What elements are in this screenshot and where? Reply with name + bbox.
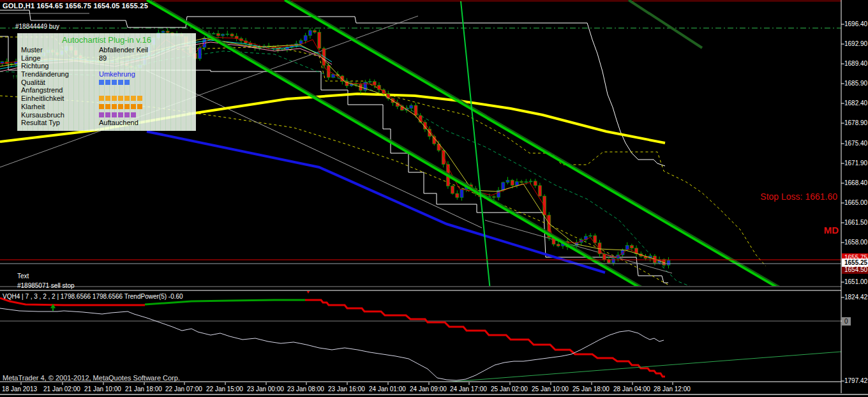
rating-square [112, 80, 117, 85]
green-trendline-1-shadow [151, 0, 648, 290]
time-axis-label: 21 Jan 10:00 [84, 386, 121, 393]
time-axis-label: 22 Jan 07:00 [165, 386, 202, 393]
price-axis-label: 1689.40 [844, 60, 867, 67]
green-rising-trendline[interactable] [435, 352, 841, 383]
autochartist-row-trendnderung: TrendänderungUmkehrung [17, 70, 196, 79]
time-axis-label: 21 Jan 02:00 [43, 386, 80, 393]
autochartist-row-klarheit: Klarheit [17, 103, 196, 111]
time-axis-label: 28 Jan 04:00 [613, 386, 650, 393]
indicator-header[interactable]: VQH4 | 7 , 3 , 2 , 2 | 1798.6566 1798.65… [3, 293, 183, 300]
autochartist-row-muster: MusterAbfallender Keil [17, 46, 196, 54]
autochartist-field-value [99, 103, 196, 111]
autochartist-field-label: Anfangstrend [21, 86, 99, 94]
buy-signal-arrow [51, 305, 55, 311]
time-axis-label: 18 Jan 2013 [2, 386, 37, 393]
autochartist-field-value: Auftauchend [99, 119, 196, 127]
autochartist-row-richtung: Richtung [17, 62, 196, 70]
md-annotation[interactable]: MD [824, 225, 839, 236]
price-axis-label: 1678.90 [844, 119, 867, 126]
price-axis-label: 1675.40 [844, 140, 867, 147]
rating-square [99, 112, 104, 117]
rating-square [118, 104, 123, 109]
blue-trendline[interactable] [147, 131, 605, 273]
autochartist-field-value [99, 86, 196, 94]
autochartist-field-value [99, 62, 196, 70]
vq-white-line [0, 308, 664, 380]
rating-square [137, 104, 142, 109]
rating-square [112, 112, 117, 117]
time-axis-label: 28 Jan 12:00 [654, 386, 691, 393]
autochartist-field-label: Länge [21, 54, 99, 63]
price-axis-label: 1682.40 [844, 100, 867, 107]
rating-square [105, 112, 110, 117]
autochartist-field-value [99, 111, 196, 119]
text-object-label[interactable]: Text [17, 273, 29, 280]
price-axis-label: 1665.00 [844, 199, 867, 206]
autochartist-rows: MusterAbfallender KeilLänge89RichtungTre… [17, 46, 196, 127]
price-axis-label: 1797.429 [844, 377, 868, 384]
time-axis-label: 23 Jan 08:00 [287, 386, 324, 393]
time-axis-label: 24 Jan 01:00 [369, 386, 406, 393]
rating-square [99, 96, 104, 101]
price-axis-label: 1651.00 [844, 278, 867, 285]
rating-square [124, 112, 130, 117]
green-trendline-2-shadow [288, 0, 786, 290]
rating-square [105, 80, 110, 85]
autochartist-field-label: Trendänderung [21, 70, 99, 79]
autochartist-title: Autochartist Plug-in v.16 [17, 33, 196, 46]
rating-square [118, 96, 123, 101]
rating-square [112, 96, 117, 101]
stop-loss-annotation[interactable]: Stop Loss: 1661.60 [760, 191, 837, 202]
window-edge [0, 394, 868, 395]
autochartist-field-label: Qualität [21, 79, 99, 87]
autochartist-field-label: Muster [21, 46, 99, 54]
autochartist-field-value [99, 79, 196, 87]
trendpower-red-steps [305, 300, 665, 377]
rating-square [131, 104, 136, 109]
indicator-window[interactable] [0, 287, 841, 383]
rating-square [99, 104, 104, 109]
time-axis-label: 22 Jan 15:00 [206, 386, 243, 393]
sell-stop-order-label[interactable]: #18985071 sell stop [17, 282, 75, 289]
rating-square [124, 96, 130, 101]
sell-signal-arrow [306, 287, 310, 292]
buy-order-label[interactable]: #18844449 buy [15, 23, 59, 30]
price-axis-label: 1658.00 [844, 239, 867, 246]
autochartist-field-label: Kursausbruch [21, 111, 99, 119]
rating-square [118, 112, 123, 117]
copyright-footer: MetaTrader 4, © 2001-2012, MetaQuotes So… [3, 374, 180, 382]
green-trendline-2[interactable] [285, 0, 782, 290]
time-axis-label: 24 Jan 17:00 [450, 386, 487, 393]
time-axis-label: 23 Jan 16:00 [328, 386, 365, 393]
rating-square [131, 96, 136, 101]
price-axis-label: 1824.429 [844, 294, 868, 301]
zero-level-tag: 0 [842, 317, 851, 326]
trendpower-green [145, 300, 305, 304]
green-trendline-1[interactable] [147, 0, 645, 290]
autochartist-panel[interactable]: Autochartist Plug-in v.16 MusterAbfallen… [17, 33, 196, 131]
autochartist-row-kursausbruch: Kursausbruch [17, 111, 196, 119]
gray-descending-trendline-1[interactable] [146, 70, 482, 228]
rating-square [124, 104, 130, 109]
autochartist-row-einheitlichkeit: Einheitlichkeit [17, 94, 196, 103]
time-axis-label: 25 Jan 10:00 [532, 386, 569, 393]
autochartist-field-value: Abfallender Keil [99, 46, 196, 54]
time-axis-label: 24 Jan 09:00 [410, 386, 447, 393]
autochartist-field-label: Klarheit [21, 103, 99, 111]
autochartist-field-label: Resultat Typ [21, 119, 99, 127]
autochartist-row-lnge: Länge89 [17, 54, 196, 63]
bid-price-tag: 1655.25 [842, 258, 868, 267]
time-axis-label: 23 Jan 00:00 [247, 386, 284, 393]
autochartist-field-value: 89 [99, 54, 196, 63]
rating-square [99, 80, 104, 85]
green-vertical-line[interactable] [461, 1, 490, 290]
autochartist-field-label: Einheitlichkeit [21, 94, 99, 103]
price-axis-label: 1685.90 [844, 80, 867, 87]
price-axis-label: 1668.40 [844, 179, 867, 186]
autochartist-field-label: Richtung [21, 62, 99, 70]
autochartist-field-value: Umkehrung [99, 70, 196, 79]
price-axis[interactable]: 1655.75 1654.50 1655.25 1696.401692.9016… [842, 0, 868, 393]
rating-square [105, 96, 110, 101]
rating-square [124, 80, 130, 85]
rating-square [105, 104, 110, 109]
